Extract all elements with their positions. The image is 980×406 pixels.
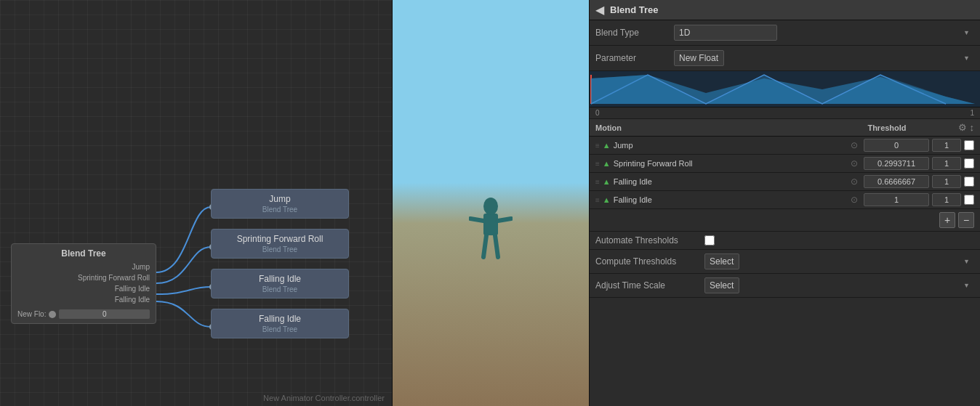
param-label: New Flo: bbox=[17, 310, 46, 318]
adjust-label: Adjust Time Scale bbox=[595, 280, 704, 291]
speed-input-2[interactable] bbox=[932, 175, 961, 188]
adjust-select[interactable]: Select bbox=[704, 277, 739, 293]
threshold-input-0[interactable] bbox=[864, 139, 929, 152]
child-node-jump-title: Jump bbox=[220, 194, 340, 204]
svg-rect-4 bbox=[483, 214, 498, 235]
graph-max: 1 bbox=[970, 109, 974, 117]
automate-thresholds-row: Automate Thresholds bbox=[590, 232, 980, 250]
child-node-falling2-title: Falling Idle bbox=[220, 314, 340, 324]
inspector-header: ◀ Blend Tree bbox=[590, 0, 980, 20]
compute-select[interactable]: Select bbox=[704, 253, 739, 269]
inspector-panel: ◀ Blend Tree Blend Type 1D 2D Simple Dir… bbox=[589, 0, 980, 406]
motion-table: ≡ ▲ Jump ⊙ ≡ ▲ Sprinting Forward Roll ⊙ … bbox=[590, 137, 980, 209]
motion-settings-0[interactable]: ⊙ bbox=[851, 140, 858, 150]
motion-settings-2[interactable]: ⊙ bbox=[851, 176, 858, 187]
remove-motion-button[interactable]: − bbox=[958, 212, 974, 228]
blend-type-select[interactable]: 1D 2D Simple Directional 2D Freeform Dir… bbox=[674, 25, 777, 41]
motion-icon-3: ▲ bbox=[603, 195, 611, 204]
speed-input-1[interactable] bbox=[932, 157, 961, 170]
child-node-jump[interactable]: Jump Blend Tree bbox=[211, 189, 349, 219]
motion-name-3: Falling Idle bbox=[614, 195, 851, 204]
compute-select-wrapper: Select bbox=[704, 253, 974, 269]
motion-row-1: ≡ ▲ Sprinting Forward Roll ⊙ bbox=[590, 155, 980, 173]
child-node-sprint-title: Sprinting Forward Roll bbox=[220, 234, 340, 244]
svg-line-6 bbox=[470, 219, 483, 221]
automate-checkbox-wrapper bbox=[704, 235, 715, 245]
drag-handle-0[interactable]: ≡ bbox=[595, 142, 600, 150]
compute-thresholds-row: Compute Thresholds Select bbox=[590, 250, 980, 274]
motion-col-header: Motion bbox=[595, 123, 843, 132]
graph-min: 0 bbox=[595, 109, 600, 117]
child-node-falling1-title: Falling Idle bbox=[220, 274, 340, 284]
drag-handle-3[interactable]: ≡ bbox=[595, 196, 600, 204]
main-node-title: Blend Tree bbox=[17, 248, 150, 259]
compute-label: Compute Thresholds bbox=[595, 256, 704, 267]
animator-panel: Blend Tree Jump Sprinting Forward Roll F… bbox=[0, 0, 393, 406]
child-node-falling1[interactable]: Falling Idle Blend Tree bbox=[211, 269, 349, 299]
row-checkbox-2[interactable] bbox=[964, 176, 974, 187]
add-motion-button[interactable]: + bbox=[939, 212, 955, 228]
parameter-row: Parameter New Float bbox=[590, 46, 980, 71]
speed-input-0[interactable] bbox=[932, 139, 961, 152]
motion-settings-1[interactable]: ⊙ bbox=[851, 158, 858, 169]
node-item-sprint: Sprinting Forward Roll bbox=[17, 272, 150, 283]
automate-checkbox[interactable] bbox=[704, 235, 715, 245]
child-node-sprint-sub: Blend Tree bbox=[220, 245, 340, 253]
child-node-jump-sub: Blend Tree bbox=[220, 206, 340, 214]
svg-marker-12 bbox=[591, 75, 975, 104]
motion-icon-2: ▲ bbox=[603, 177, 611, 186]
main-node-items: Jump Sprinting Forward Roll Falling Idle… bbox=[17, 261, 150, 305]
motion-name-1: Sprinting Forward Roll bbox=[614, 159, 851, 168]
node-item-falling2: Falling Idle bbox=[17, 294, 150, 305]
autofix-icon[interactable]: ⚙ bbox=[958, 122, 967, 133]
character-figure bbox=[469, 188, 513, 275]
blend-graph bbox=[590, 71, 980, 107]
motion-row-2: ≡ ▲ Falling Idle ⊙ bbox=[590, 173, 980, 191]
threshold-input-1[interactable] bbox=[864, 157, 929, 170]
row-checkbox-0[interactable] bbox=[964, 140, 974, 150]
svg-point-5 bbox=[483, 198, 498, 215]
child-node-sprint[interactable]: Sprinting Forward Roll Blend Tree bbox=[211, 229, 349, 259]
adjust-timescale-row: Adjust Time Scale Select bbox=[590, 274, 980, 298]
viewport-panel bbox=[393, 0, 589, 406]
motion-icon-1: ▲ bbox=[603, 159, 611, 168]
node-item-falling1: Falling Idle bbox=[17, 283, 150, 294]
speed-input-3[interactable] bbox=[932, 193, 961, 206]
motion-row-3: ≡ ▲ Falling Idle ⊙ bbox=[590, 191, 980, 209]
node-item-jump: Jump bbox=[17, 261, 150, 272]
blend-type-label: Blend Type bbox=[595, 28, 668, 38]
drag-handle-2[interactable]: ≡ bbox=[595, 178, 600, 186]
blend-graph-numbers: 0 1 bbox=[590, 107, 980, 119]
child-node-falling1-sub: Blend Tree bbox=[220, 285, 340, 293]
parameter-label: Parameter bbox=[595, 53, 668, 63]
drag-handle-1[interactable]: ≡ bbox=[595, 160, 600, 168]
param-dot bbox=[49, 311, 56, 318]
header-icons: ⚙ ↕ bbox=[931, 122, 974, 133]
animator-footer: New Animator Controller.controller bbox=[263, 394, 385, 402]
child-node-falling2-sub: Blend Tree bbox=[220, 325, 340, 333]
main-blend-tree-node[interactable]: Blend Tree Jump Sprinting Forward Roll F… bbox=[11, 243, 156, 324]
parameter-select[interactable]: New Float bbox=[674, 50, 724, 66]
motion-name-0: Jump bbox=[614, 141, 851, 150]
blend-type-select-wrapper: 1D 2D Simple Directional 2D Freeform Dir… bbox=[674, 25, 974, 41]
adjust-select-wrapper: Select bbox=[704, 277, 974, 293]
child-node-falling2[interactable]: Falling Idle Blend Tree bbox=[211, 309, 349, 338]
node-param-row: New Flo: 0 bbox=[17, 309, 150, 319]
back-button[interactable]: ◀ bbox=[595, 3, 604, 17]
parameter-select-wrapper: New Float bbox=[674, 50, 974, 66]
svg-line-9 bbox=[495, 235, 498, 257]
sort-icon[interactable]: ↕ bbox=[970, 122, 975, 133]
row-checkbox-1[interactable] bbox=[964, 158, 974, 169]
motion-settings-3[interactable]: ⊙ bbox=[851, 195, 858, 205]
threshold-col-header: Threshold bbox=[843, 123, 931, 132]
blend-type-row: Blend Type 1D 2D Simple Directional 2D F… bbox=[590, 20, 980, 46]
motion-icon-0: ▲ bbox=[603, 141, 611, 150]
svg-line-7 bbox=[498, 219, 511, 221]
blend-graph-svg bbox=[590, 71, 980, 107]
threshold-input-2[interactable] bbox=[864, 175, 929, 188]
threshold-input-3[interactable] bbox=[864, 193, 929, 206]
motion-table-header: Motion Threshold ⚙ ↕ bbox=[590, 119, 980, 137]
motion-row-0: ≡ ▲ Jump ⊙ bbox=[590, 137, 980, 155]
automate-label: Automate Thresholds bbox=[595, 235, 704, 245]
row-checkbox-3[interactable] bbox=[964, 195, 974, 205]
